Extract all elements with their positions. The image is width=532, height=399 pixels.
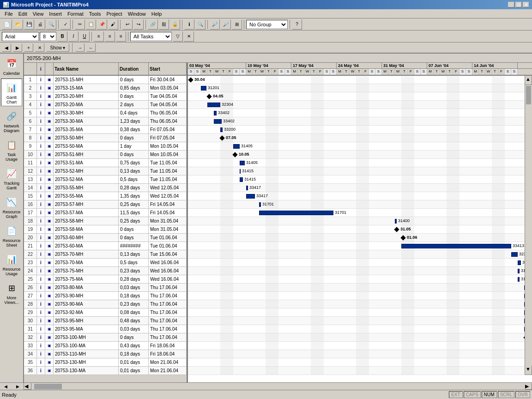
outdent-button[interactable]: ← [86,43,96,52]
table-row[interactable]: 31 i ▣ 20753-95-MA 0,03 days Thu 17.06.0… [24,325,187,333]
indent-button[interactable]: → [75,43,85,52]
align-left-button[interactable]: ≡ [94,31,104,42]
cut-button[interactable]: ✂ [75,19,85,30]
menu-help[interactable]: Help [149,10,165,18]
close-button[interactable]: ✕ [523,2,529,7]
h-scroll-right[interactable]: ▶ [16,384,19,389]
italic-button[interactable]: I [68,31,79,42]
zoom-out-button[interactable]: 🔎 [221,19,231,30]
menu-insert[interactable]: Insert [46,10,65,18]
save-button[interactable]: 💾 [24,19,34,30]
spell-button[interactable]: ✓ [60,19,71,30]
h-scroll-thumb[interactable] [34,384,62,389]
menu-edit[interactable]: Edit [16,10,30,18]
sidebar-item-task-usage[interactable]: 📋 TaskUsage [1,136,22,163]
sidebar-item-resource-sheet[interactable]: 📄 ResourceSheet [1,222,22,249]
sidebar-item-tracking[interactable]: 📈 TrackingGantt [1,164,22,192]
bold-button[interactable]: B [57,31,67,42]
table-row[interactable]: 23 i ▣ 20753-70-MA 0,5 days Wed 16.06.04 [24,259,187,267]
table-row[interactable]: 36 i ▣ 20753-130-MA 0,01 days Mon 21.06.… [24,367,187,375]
sidebar-item-resource-graph[interactable]: 📉 ResourceGraph [1,193,22,221]
align-center-button[interactable]: ≡ [105,31,115,42]
table-row[interactable]: 14 i ▣ 20753-55-MH 0,28 days Wed 12.05.0… [24,184,187,192]
no-group-combo[interactable]: No Group [246,20,288,29]
table-row[interactable]: 16 i ▣ 20753-57-MH 0,25 days Fri 14.05.0… [24,200,187,209]
table-row[interactable]: 34 i ▣ 20753-110-MH 0,18 days Fri 18.06.… [24,350,187,358]
sidebar-item-gantt[interactable]: 📊 GanttChart [1,79,22,106]
table-row[interactable]: 19 i ▣ 20753-58-MA 0 days Mon 31.05.04 [24,225,187,234]
h-scrollbar-track[interactable]: ◀ ▶ [24,383,532,390]
filter-button[interactable]: ▽ [173,31,183,42]
table-row[interactable]: 29 i ▣ 20753-92-MA 0,08 days Thu 17.06.0… [24,308,187,317]
paste-button[interactable]: 📌 [97,19,107,30]
table-row[interactable]: 22 i ▣ 20753-70-MH 0,13 days Tue 15.06.0… [24,250,187,259]
add-task-button[interactable]: + [24,43,33,52]
align-right-button[interactable]: ≡ [116,31,126,42]
minimize-button[interactable]: _ [508,2,514,7]
next-button[interactable]: ▶ [13,43,22,52]
table-row[interactable]: 8 i ▣ 20753-50-MH 0 days Fri 07.05.04 [24,134,187,142]
zoom-button[interactable]: ⊞ [232,19,242,30]
table-row[interactable]: 21 i ▣ 20753-60-MA ######## Tue 01.06.04 [24,242,187,250]
menu-project[interactable]: Project [103,10,125,18]
font-size-combo[interactable]: 8 [40,32,56,41]
table-row[interactable]: 17 i ▣ 20753-57-MA 11,5 days Fri 14.05.0… [24,209,187,217]
undo-button[interactable]: ↩ [122,19,133,30]
font-combo[interactable]: Arial [2,32,39,41]
table-row[interactable]: 15 i ▣ 20753-55-MA 1,35 days Wed 12.05.0… [24,192,187,200]
print-button[interactable]: 🖨 [35,19,45,30]
table-row[interactable]: 32 i ▣ 20753-100-MH 0 days Thu 17.06.04 [24,333,187,342]
table-row[interactable]: 28 i ▣ 20753-90-MA 0,23 days Thu 17.06.0… [24,300,187,308]
table-row[interactable]: 13 i ▣ 20753-52-MA 0,5 days Tue 11.05.04 [24,175,187,184]
clear-filter-button[interactable]: ✕ [184,31,194,42]
table-row[interactable]: 20 i ▣ 20753-60-MH 0 days Tue 01.06.04 [24,234,187,242]
redo-button[interactable]: ↪ [133,19,144,30]
menu-view[interactable]: View [30,10,47,18]
menu-format[interactable]: Format [65,10,86,18]
scroll-up-button[interactable]: ▲ [525,76,532,85]
table-row[interactable]: 30 i ▣ 20753-95-MH 0,48 days Thu 17.06.0… [24,317,187,325]
table-row[interactable]: 26 i ▣ 20753-80-MA 0,03 days Thu 17.06.0… [24,284,187,292]
prev-button[interactable]: ◀ [2,43,11,52]
sidebar-item-more-views[interactable]: ⊞ MoreViews... [1,279,22,307]
menu-window[interactable]: Window [125,10,149,18]
scroll-down-button[interactable]: ▼ [525,366,532,375]
menu-file[interactable]: File [2,10,16,18]
link-button[interactable]: ⛓ [159,19,169,30]
table-row[interactable]: 12 i ▣ 20753-52-MH 0,13 days Tue 11.05.0… [24,167,187,175]
sidebar-item-calendar[interactable]: 📅 Calendar [1,54,22,78]
table-row[interactable]: 27 i ▣ 20753-90-MH 0,18 days Thu 17.06.0… [24,292,187,300]
table-row[interactable]: 6 i ▣ 20753-30-MA 1,23 days Thu 06.05.04 [24,117,187,126]
table-row[interactable]: 18 i ▣ 20753-58-MH 0,25 days Mon 31.05.0… [24,217,187,225]
task-info-button[interactable]: ℹ [184,19,194,30]
table-row[interactable]: 2 i ▣ 20753-15-MA 0,85 days Mon 03.05.04 [24,84,187,92]
print-preview-button[interactable]: 🔍 [46,19,56,30]
underline-button[interactable]: U [79,31,90,42]
new-button[interactable]: 📄 [2,19,12,30]
v-scrollbar[interactable]: ▲ ▼ [525,76,532,375]
remove-task-button[interactable]: ✕ [35,43,44,52]
table-row[interactable]: 7 i ▣ 20753-35-MA 0,38 days Fri 07.05.04 [24,126,187,134]
unlink-button[interactable]: 🔓 [170,19,180,30]
zoom-in-button[interactable]: 🔎 [210,19,220,30]
table-row[interactable]: 10 i ▣ 20753-51-MH 0 days Mon 10.05.04 [24,151,187,159]
table-row[interactable]: 35 i ▣ 20753-130-MH 0,01 days Mon 21.06.… [24,358,187,367]
table-row[interactable]: 24 i ▣ 20753-75-MH 0,23 days Wed 16.06.0… [24,267,187,275]
restore-button[interactable]: ◻ [515,2,522,7]
table-row[interactable]: 1 i ▣ 20753-15-MH 0 days Fri 30.04.04 [24,76,187,84]
copy-button[interactable]: 📋 [86,19,96,30]
show-button[interactable]: Show ▾ [46,43,69,52]
table-row[interactable]: 11 i ▣ 20753-51-MA 0,75 days Tue 11.05.0… [24,159,187,167]
sidebar-item-resource-usage[interactable]: 📊 ResourceUsage [1,250,22,278]
sidebar-item-network[interactable]: 🔗 NetworkDiagram [1,107,22,135]
help-button[interactable]: ? [292,19,302,30]
scroll-thumb[interactable] [526,86,531,104]
format-painter-button[interactable]: 🖌 [108,19,118,30]
table-row[interactable]: 5 i ▣ 20753-30-MH 0,4 days Thu 06.05.04 [24,109,187,117]
h-scroll-right-btn[interactable]: ▶ [525,383,532,390]
table-row[interactable]: 9 i ▣ 20753-50-MA 1 day Mon 10.05.04 [24,142,187,151]
h-scroll-left[interactable]: ◀ [4,384,7,389]
find-button[interactable]: 🔍 [195,19,206,30]
open-button[interactable]: 📂 [13,19,23,30]
table-row[interactable]: 3 i ▣ 20753-20-MH 0 days Tue 04.05.04 [24,92,187,101]
